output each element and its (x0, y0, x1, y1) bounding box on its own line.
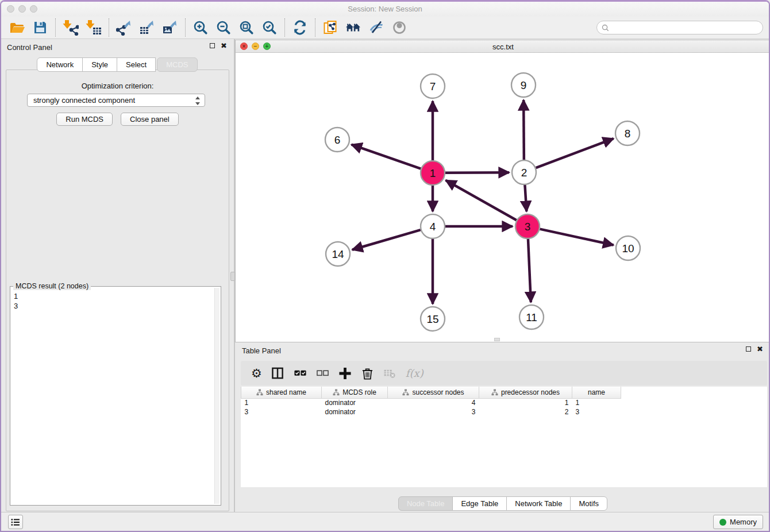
graph-node-label-3: 3 (525, 221, 531, 233)
column-header-name[interactable]: name (572, 387, 621, 398)
refresh-icon[interactable] (288, 18, 311, 37)
toolbar-separator (185, 18, 186, 37)
mcds-tab-content: Optimization criterion: strongly connect… (6, 70, 229, 511)
table-cell[interactable]: 1 (479, 398, 572, 407)
tab-motifs[interactable]: Motifs (570, 496, 607, 511)
main-toolbar (1, 17, 769, 39)
column-header-predecessor-nodes[interactable]: predecessor nodes (479, 387, 572, 398)
result-scrollbar[interactable] (214, 288, 220, 504)
run-mcds-button[interactable]: Run MCDS (56, 113, 113, 126)
save-session-icon[interactable] (29, 18, 52, 37)
graph-node-label-15: 15 (426, 313, 438, 325)
delete-column-icon[interactable] (361, 366, 374, 381)
graph-node-label-2: 2 (521, 167, 528, 179)
table-cell[interactable]: 3 (572, 407, 621, 417)
tab-network[interactable]: Network (37, 57, 83, 72)
graph-edge-2-8[interactable] (536, 138, 614, 168)
create-column-icon[interactable] (338, 366, 352, 381)
table-row[interactable]: 3dominator323 (241, 407, 621, 417)
table-row[interactable]: 1dominator411 (241, 398, 621, 407)
memory-status-icon (719, 519, 726, 526)
tab-network-table[interactable]: Network Table (506, 496, 571, 511)
panel-splitter-handle[interactable] (230, 272, 235, 281)
graph-edge-4-14[interactable] (352, 230, 421, 250)
memory-label: Memory (730, 518, 757, 526)
table-close-panel-icon[interactable]: ✖ (757, 346, 763, 352)
graph-edge-1-2[interactable] (445, 172, 509, 173)
column-header-shared-name[interactable]: shared name (241, 387, 322, 398)
node-table-area: shared nameMCDS rolesuccessor nodesprede… (241, 387, 767, 487)
import-network-icon[interactable] (59, 18, 82, 37)
graph-edge-2-9[interactable] (523, 100, 524, 160)
first-neighbors-icon[interactable] (342, 18, 365, 37)
tab-node-table[interactable]: Node Table (398, 496, 453, 511)
delete-table-icon[interactable] (383, 366, 396, 381)
control-panel-title: Control Panel (7, 43, 52, 52)
mcds-result-text[interactable]: 13 (14, 291, 214, 504)
graph-edge-1-6[interactable] (352, 145, 421, 169)
network-canvas[interactable]: 7968124314101511 (236, 53, 770, 342)
column-header-successor-nodes[interactable]: successor nodes (388, 387, 479, 398)
graph-edge-3-1[interactable] (446, 180, 517, 220)
dropdown-stepper-icon (195, 96, 201, 106)
export-network-icon[interactable] (113, 18, 136, 37)
toolbar-separator (109, 18, 109, 37)
search-input[interactable] (611, 24, 763, 32)
hide-selected-icon[interactable] (365, 18, 388, 37)
tab-edge-table[interactable]: Edge Table (452, 496, 507, 511)
function-builder-icon[interactable]: f(x) (406, 366, 424, 381)
table-cell[interactable]: 3 (388, 407, 479, 417)
network-window-title: scc.txt (236, 43, 770, 51)
select-all-icon[interactable] (294, 366, 307, 381)
graph-edge-3-10[interactable] (540, 229, 613, 245)
status-bar: Memory (1, 512, 769, 531)
close-panel-icon[interactable]: ✖ (221, 43, 227, 48)
table-cell[interactable]: 4 (388, 398, 479, 407)
graph-node-label-7: 7 (430, 80, 436, 92)
open-file-icon[interactable] (6, 18, 29, 37)
list-icon (10, 516, 21, 528)
table-cell[interactable]: 3 (241, 407, 322, 417)
memory-button[interactable]: Memory (713, 515, 763, 529)
table-float-panel-icon[interactable] (746, 346, 751, 352)
toolbar-separator (284, 18, 285, 37)
show-all-icon[interactable] (388, 18, 411, 37)
tab-select[interactable]: Select (117, 57, 156, 72)
graph-node-label-9: 9 (521, 79, 527, 91)
result-line: 1 (14, 291, 214, 301)
zoom-fit-icon[interactable] (235, 18, 258, 37)
table-panel: Table Panel ✖ ⚙f(x) shared nameMCDS role… (235, 342, 770, 515)
zoom-in-icon[interactable] (189, 18, 212, 37)
export-image-icon[interactable] (159, 18, 182, 37)
deselect-all-icon[interactable] (316, 366, 329, 381)
column-header-mcds-role[interactable]: MCDS role (322, 387, 388, 398)
import-table-icon[interactable] (82, 18, 105, 37)
table-settings-icon[interactable]: ⚙ (251, 366, 262, 381)
graph-node-label-8: 8 (625, 128, 631, 140)
graph-node-label-14: 14 (332, 248, 344, 260)
table-panel-title: Table Panel (242, 346, 281, 355)
task-history-button[interactable] (8, 515, 23, 529)
zoom-selected-icon[interactable] (258, 18, 281, 37)
canvas-resize-handle[interactable] (494, 338, 500, 341)
table-cell[interactable]: dominator (322, 407, 388, 417)
graph-edge-3-11[interactable] (528, 239, 531, 302)
table-cell[interactable]: 1 (572, 398, 621, 407)
tab-style[interactable]: Style (82, 57, 117, 72)
export-table-icon[interactable] (136, 18, 159, 37)
zoom-out-icon[interactable] (212, 18, 235, 37)
table-cell[interactable]: 1 (241, 398, 322, 407)
criterion-dropdown[interactable]: strongly connected component (27, 94, 205, 107)
tab-mcds[interactable]: MCDS (157, 57, 197, 72)
search-field[interactable] (596, 21, 763, 34)
column-type-icon (491, 389, 498, 396)
close-panel-button[interactable]: Close panel (121, 113, 179, 126)
window-title: Session: New Session (1, 5, 769, 13)
table-cell[interactable]: dominator (322, 398, 388, 407)
graph-edge-2-3[interactable] (525, 185, 526, 211)
toggle-panel-layout-icon[interactable] (271, 366, 284, 381)
float-panel-icon[interactable] (210, 43, 215, 48)
clone-network-icon[interactable] (319, 18, 342, 37)
table-cell[interactable]: 2 (479, 407, 572, 417)
criterion-value: strongly connected component (33, 96, 135, 105)
